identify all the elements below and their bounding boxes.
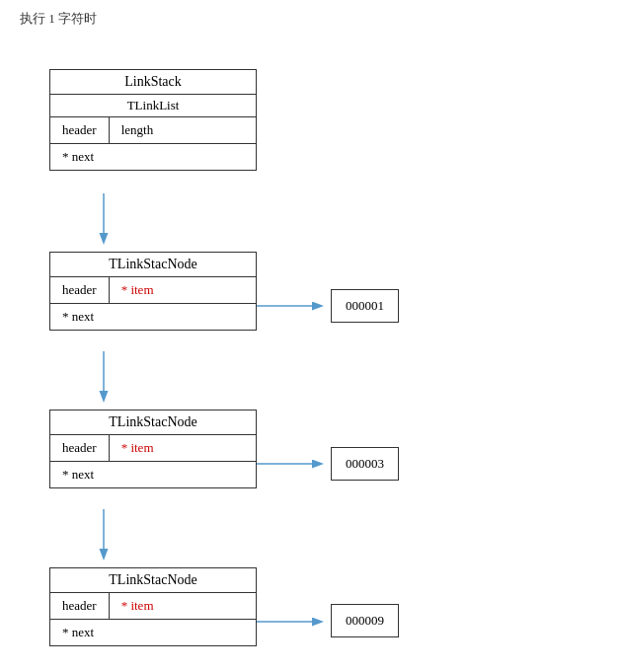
linkstack-header-cell: header <box>50 117 110 143</box>
linkstack-next-cell: * next <box>50 144 106 170</box>
node3-next-cell: * next <box>50 620 106 645</box>
node2-title: TLinkStacNode <box>50 411 256 435</box>
diagram-container: LinkStack TLinkList header length * next… <box>20 39 592 672</box>
node1-title: TLinkStacNode <box>50 253 256 277</box>
node1-header-cell: header <box>50 277 110 303</box>
node2-value-box: 000003 <box>331 447 399 481</box>
linkstack-title: LinkStack <box>50 70 256 95</box>
node1-box: TLinkStacNode header * item * next <box>49 252 257 331</box>
node1-next-cell: * next <box>50 304 106 330</box>
node3-box: TLinkStacNode header * item * next <box>49 567 257 646</box>
node2-item-cell: * item <box>110 435 166 461</box>
linkstack-length-cell: length <box>110 117 166 143</box>
node3-value-box: 000009 <box>331 604 399 637</box>
node2-box: TLinkStacNode header * item * next <box>49 410 257 488</box>
tlinklist-subtitle: TLinkList <box>50 95 256 117</box>
node3-header-cell: header <box>50 593 110 619</box>
node1-value-box: 000001 <box>331 289 399 323</box>
page-title: 执行 1 字符时 <box>20 10 602 28</box>
linkstack-box: LinkStack TLinkList header length * next <box>49 69 257 171</box>
node2-header-cell: header <box>50 435 110 461</box>
node3-title: TLinkStacNode <box>50 568 256 593</box>
node2-next-cell: * next <box>50 462 106 487</box>
node3-item-cell: * item <box>110 593 166 619</box>
node1-item-cell: * item <box>110 277 166 303</box>
